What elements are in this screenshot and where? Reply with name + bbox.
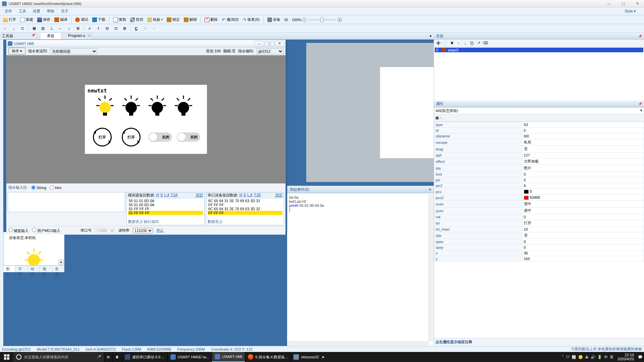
prop-value[interactable]: 0 — [522, 214, 644, 220]
sim-data-row[interactable]: 01 FF FF FF — [128, 207, 203, 211]
prop-value[interactable]: 6 — [522, 183, 644, 189]
unlock-button[interactable]: 解锁 — [182, 16, 199, 23]
new-button[interactable]: 新建 — [18, 16, 35, 23]
open-button[interactable]: 打开 — [1, 16, 18, 23]
preview-dropdown-icon[interactable]: ▾ — [59, 260, 63, 264]
grid-button[interactable]: ⊞ — [74, 25, 82, 32]
page-canvas-bg[interactable]: 关闭 — [380, 67, 434, 158]
pin-icon[interactable]: 📌 — [638, 102, 642, 106]
prop-row[interactable]: aph127 — [434, 153, 644, 158]
paste-button[interactable]: 粘贴▾ — [146, 16, 164, 23]
tray-vol-icon[interactable]: 🔊 — [591, 355, 595, 359]
close-button[interactable]: ✕ — [633, 1, 642, 6]
prop-row[interactable]: id5 — [434, 128, 644, 133]
props-cat-button[interactable]: ▦ — [435, 116, 439, 120]
sim-data-row-selected[interactable]: FF FF FF — [208, 211, 282, 215]
sim-close-button[interactable]: ✕ — [275, 41, 284, 46]
tab-scroll-button[interactable]: ▾ — [428, 33, 434, 39]
prop-value[interactable]: 否 — [522, 146, 644, 153]
prop-row[interactable]: font0 — [434, 172, 644, 177]
page-del-button[interactable]: ✖ — [449, 40, 455, 46]
page-copy-button[interactable]: ⿻ — [469, 40, 475, 46]
prop-value[interactable]: 私有 — [522, 139, 644, 146]
sim-radio-hex[interactable]: Hex — [50, 185, 62, 190]
menu-help[interactable]: 帮助 — [44, 8, 58, 15]
dist2-button[interactable]: ⦀ — [95, 25, 102, 32]
tray-kb-icon[interactable]: 英 — [610, 355, 613, 360]
prop-row[interactable]: x36 — [434, 250, 644, 256]
device-button[interactable]: 设备 — [266, 16, 282, 23]
event-tab-bar[interactable]: 弹起事件(0) ▾ — [287, 186, 434, 193]
sim-titlebar[interactable]: USART HMI — ▢ ✕ — [6, 40, 285, 47]
bulb3-off-icon[interactable] — [147, 94, 167, 118]
prop-row[interactable]: xcen居中 — [434, 201, 644, 207]
sim-T-link2[interactable]: T:26 — [254, 193, 261, 198]
format-button[interactable]: ⫽ — [150, 25, 157, 32]
sim-H-link2[interactable]: H — [239, 193, 242, 198]
sim-op-button[interactable]: 操作 ▾ — [8, 48, 25, 55]
prop-value[interactable]: 53 — [522, 122, 644, 128]
sim-S-link2[interactable]: S — [244, 193, 246, 198]
tray-up-icon[interactable]: ˄ — [562, 355, 564, 359]
event-dropdown-icon[interactable]: ▾ — [429, 187, 431, 192]
menu-file[interactable]: 文件 — [1, 8, 15, 15]
task-usart2[interactable]: USART HMI — [212, 352, 245, 362]
dist1-button[interactable]: ≡ — [86, 25, 93, 32]
task-firefox[interactable]: 6.指令集;4.数据返... — [245, 352, 290, 362]
event-scroll-vertical[interactable] — [428, 193, 434, 341]
task-ckt[interactable]: cktszsss32➤ — [290, 352, 327, 362]
sim-maximize-button[interactable]: ▢ — [265, 41, 274, 46]
pin-icon[interactable]: 📌 — [32, 34, 35, 37]
bulb1-on-icon[interactable] — [95, 94, 115, 118]
prop-row[interactable]: effect立即加载 — [434, 158, 644, 165]
tab-program[interactable]: Program.s✕ — [61, 33, 92, 39]
prop-row[interactable]: objnamebt0 — [434, 133, 644, 139]
prop-row[interactable]: sta图片 — [434, 165, 644, 172]
props-grid[interactable]: type53id5objnamebt0vscope私有drag否aph127ef… — [434, 122, 644, 338]
sim-data-row[interactable]: FF FF FF — [208, 203, 282, 207]
prop-row[interactable]: pic5 — [434, 177, 644, 183]
delete-button[interactable]: 删除 — [203, 16, 219, 23]
system-tray[interactable]: ˄ 🛡 🔄 🟡 🖧 🔊 🔋 中 英 22:10 2020/4/20 💬 — [562, 353, 644, 361]
sim-L-link[interactable]: L:4 — [164, 193, 169, 198]
sim-S-link[interactable]: S — [160, 193, 163, 198]
sim-minimize-button[interactable]: — — [255, 41, 264, 46]
compile-button[interactable]: 编译 — [53, 16, 69, 23]
align-left-button[interactable]: ⊏ — [19, 25, 26, 32]
open-switch-2[interactable]: 打开 — [122, 128, 141, 146]
prop-value[interactable]: 否 — [522, 232, 644, 239]
menu-settings[interactable]: 设置 — [30, 8, 44, 15]
cut-button[interactable]: 剪切 — [128, 16, 145, 23]
tray-shield-icon[interactable]: 🛡 — [566, 355, 570, 359]
prop-row[interactable]: type53 — [434, 122, 644, 128]
prop-value[interactable]: 5 — [522, 128, 644, 133]
start-button[interactable] — [0, 352, 13, 362]
task-view-button[interactable]: ⧉ — [104, 352, 112, 362]
pin-icon[interactable]: 📌 — [638, 35, 642, 38]
sim-cmd-input[interactable] — [8, 192, 125, 212]
sim-radio-string[interactable]: String — [31, 185, 46, 190]
sim-page[interactable]: newtxt 打开 打开 关闭 关闭 — [85, 85, 207, 154]
align2-button[interactable]: ▥ — [39, 25, 47, 32]
prop-value[interactable]: 居中 — [522, 207, 644, 214]
zoom-slider[interactable] — [309, 19, 335, 20]
page-delete-all-button[interactable]: ⌫ — [482, 40, 488, 46]
tab-fonts[interactable]: 字库 — [15, 266, 28, 272]
minimize-button[interactable]: — — [604, 1, 614, 6]
prop-value[interactable]: 165 — [522, 256, 644, 262]
sim-data-row[interactable]: 55 01 01 0D 0A — [128, 199, 203, 203]
mic-icon[interactable]: 🎤 — [97, 355, 101, 359]
page-up-button[interactable]: ↑ — [455, 40, 462, 46]
close-tab-icon[interactable]: ✕ — [88, 34, 91, 38]
sim-kb-radio[interactable]: 键盘输入 — [8, 228, 29, 233]
event-scroll-horizontal[interactable] — [287, 341, 429, 346]
prop-value[interactable]: 127 — [522, 153, 644, 158]
page-insert-button[interactable]: 📄 — [442, 40, 448, 46]
sim-sendto-select[interactable]: 当前模拟器 — [50, 48, 97, 54]
tab-audio[interactable]: 音频 — [52, 266, 64, 272]
tray-net-icon[interactable]: 🖧 — [585, 355, 589, 359]
prop-value[interactable]: 5 — [522, 177, 644, 183]
copy-button[interactable]: 复制 — [111, 16, 128, 23]
align3-button[interactable]: ⊥ — [48, 25, 55, 32]
prop-value[interactable]: 0 — [522, 172, 644, 177]
